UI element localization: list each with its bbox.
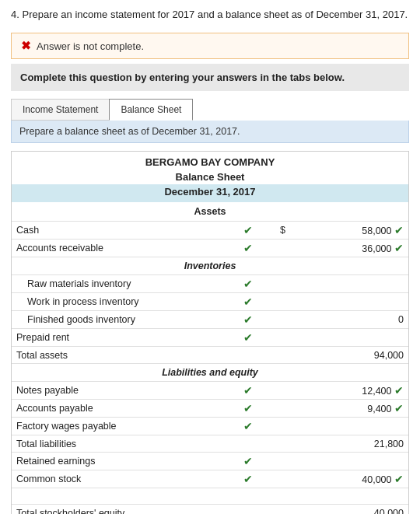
checkmark-icon: ✔	[243, 313, 253, 326]
cash-check: ✔	[231, 222, 264, 240]
factory-wages-label: Factory wages payable	[12, 418, 231, 435]
notes-payable-check: ✔	[231, 382, 264, 400]
tab-content-header: Prepare a balance sheet as of December 3…	[11, 121, 409, 143]
question-body: Prepare an income statement for 2017 and…	[22, 9, 408, 20]
checkmark-icon: ✔	[394, 384, 404, 397]
table-row: Retained earnings ✔	[12, 453, 408, 470]
notes-payable-amount: 12,400 ✔	[290, 382, 408, 400]
ar-amount: 36,000 ✔	[290, 240, 408, 257]
total-liabilities-label: Total liabilities	[12, 435, 231, 453]
checkmark-icon: ✔	[394, 242, 404, 254]
notes-payable-label: Notes payable	[12, 382, 231, 400]
checkmark-icon: ✔	[243, 242, 253, 254]
blank-row	[12, 488, 408, 505]
wip-label: Work in process inventory	[12, 293, 231, 311]
checkmark-icon: ✔	[243, 384, 253, 397]
liabilities-equity-header-row: Liabilities and equity	[12, 364, 408, 382]
ar-check: ✔	[231, 240, 264, 257]
table-row: Factory wages payable ✔	[12, 418, 408, 435]
tab-balance-label: Balance Sheet	[121, 104, 181, 115]
table-row: Notes payable ✔ 12,400 ✔	[12, 382, 408, 400]
retained-earnings-label: Retained earnings	[12, 453, 231, 470]
accounts-payable-amount: 9,400 ✔	[290, 400, 408, 418]
total-assets-label: Total assets	[12, 347, 231, 364]
accounts-payable-check: ✔	[231, 400, 264, 418]
prepaid-rent-label: Prepaid rent	[12, 329, 231, 347]
question-text: 4. Prepare an income statement for 2017 …	[0, 0, 420, 28]
balance-sheet-date: December 31, 2017	[12, 184, 408, 202]
checkmark-icon: ✔	[243, 278, 253, 290]
tabs-container: Income Statement Balance Sheet	[11, 99, 409, 121]
factory-wages-check: ✔	[231, 418, 264, 435]
checkmark-icon: ✔	[394, 402, 404, 414]
liabilities-equity-header-text: Liabilities and equity	[12, 364, 408, 382]
common-stock-amount: 40,000 ✔	[290, 470, 408, 488]
table-row: Finished goods inventory ✔ 0	[12, 311, 408, 329]
table-row: Work in process inventory ✔	[12, 293, 408, 311]
checkmark-icon: ✔	[243, 295, 253, 308]
raw-materials-label: Raw materials inventory	[12, 275, 231, 293]
assets-section-header: Assets	[12, 202, 408, 222]
answer-warning-banner: ✖ Answer is not complete.	[11, 33, 409, 59]
ar-dollar	[265, 240, 291, 257]
company-name: BERGAMO BAY COMPANY	[12, 152, 408, 170]
finished-goods-check: ✔	[231, 311, 264, 329]
inventories-header-row: Inventories	[12, 257, 408, 275]
checkmark-icon: ✔	[243, 473, 253, 485]
table-row: Accounts payable ✔ 9,400 ✔	[12, 400, 408, 418]
checkmark-icon: ✔	[243, 455, 253, 467]
table-row: Accounts receivable ✔ 36,000 ✔	[12, 240, 408, 257]
warning-icon: ✖	[21, 39, 31, 53]
balance-sheet-title: Balance Sheet	[12, 170, 408, 184]
total-assets-row: Total assets 94,000	[12, 347, 408, 364]
table-row: Prepaid rent ✔	[12, 329, 408, 347]
ar-label: Accounts receivable	[12, 240, 231, 257]
assets-header-text: Assets	[12, 202, 408, 222]
tab-income-label: Income Statement	[23, 104, 98, 115]
checkmark-icon: ✔	[394, 224, 404, 236]
total-equity-amount: 40,000	[290, 505, 408, 514]
total-assets-amount: 94,000	[290, 347, 408, 364]
common-stock-label: Common stock	[12, 470, 231, 488]
finished-goods-amount: 0	[290, 311, 408, 329]
prepaid-rent-check: ✔	[231, 329, 264, 347]
warning-text: Answer is not complete.	[37, 40, 144, 52]
question-number: 4.	[11, 9, 19, 20]
inventories-header-text: Inventories	[12, 257, 408, 275]
checkmark-icon: ✔	[394, 473, 404, 485]
checkmark-icon: ✔	[243, 224, 253, 236]
total-liabilities-amount: 21,800	[290, 435, 408, 453]
raw-materials-check: ✔	[231, 275, 264, 293]
balance-sheet-table: Assets Cash ✔ $ 58,000 ✔ Accounts receiv…	[12, 202, 408, 514]
total-stockholders-equity-row: Total stockholders' equity 40,000	[12, 505, 408, 514]
tab-balance-sheet[interactable]: Balance Sheet	[109, 99, 193, 121]
checkmark-icon: ✔	[243, 331, 253, 344]
common-stock-check: ✔	[231, 470, 264, 488]
cash-dollar: $	[265, 222, 291, 240]
retained-earnings-check: ✔	[231, 453, 264, 470]
table-row: Cash ✔ $ 58,000 ✔	[12, 222, 408, 240]
table-row: Common stock ✔ 40,000 ✔	[12, 470, 408, 488]
balance-sheet-wrapper: BERGAMO BAY COMPANY Balance Sheet Decemb…	[11, 151, 409, 514]
checkmark-icon: ✔	[243, 420, 253, 432]
total-equity-label: Total stockholders' equity	[12, 505, 231, 514]
accounts-payable-label: Accounts payable	[12, 400, 231, 418]
finished-goods-label: Finished goods inventory	[12, 311, 231, 329]
cash-amount: 58,000 ✔	[290, 222, 408, 240]
wip-check: ✔	[231, 293, 264, 311]
table-row: Raw materials inventory ✔	[12, 275, 408, 293]
checkmark-icon: ✔	[243, 402, 253, 414]
tab-income-statement[interactable]: Income Statement	[11, 99, 109, 121]
cash-label: Cash	[12, 222, 231, 240]
complete-note: Complete this question by entering your …	[11, 64, 409, 91]
total-liabilities-row: Total liabilities 21,800	[12, 435, 408, 453]
